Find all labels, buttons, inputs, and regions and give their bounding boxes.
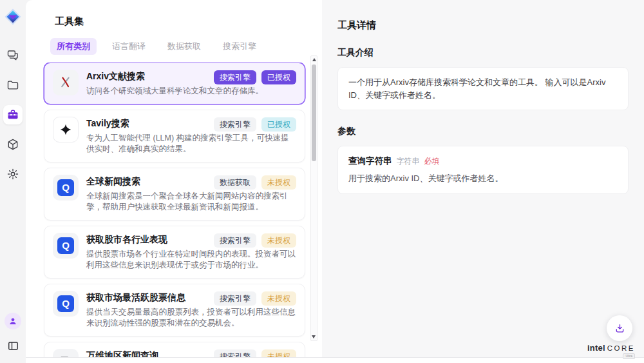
tool-card[interactable]: Q 全球新闻搜索 数据获取 未授权 全球新闻搜索是一个聚合全球各大新闻网站内容的…	[44, 168, 305, 221]
parameter-card: 查询字符串 字符串 必填 用于搜索的Arxiv ID、关键字或作者姓名。	[337, 146, 629, 194]
folder-icon	[6, 79, 19, 92]
tool-auth-badge: 已授权	[261, 117, 296, 132]
tool-auth-badge: 已授权	[261, 70, 296, 84]
tool-badges: 搜索引擎 已授权	[214, 70, 296, 84]
sidebar-item-cube[interactable]	[3, 135, 23, 154]
tool-card[interactable]: Q 获取市场最活跃股票信息 搜索引擎 未授权 提供当天交易量最高的股票列表，投资…	[44, 284, 305, 337]
main-area: 工具集 所有类别语言翻译数据获取搜索引擎 Arxiv文献搜索 搜索引擎 已授权 …	[26, 0, 644, 358]
tool-category-badge: 搜索引擎	[214, 70, 256, 84]
tool-category-badge: 搜索引擎	[214, 291, 256, 306]
cube-icon	[6, 138, 19, 151]
tool-badges: 搜索引擎 已授权	[214, 117, 296, 132]
tool-auth-badge: 未授权	[261, 291, 296, 306]
tool-icon	[53, 117, 79, 142]
tool-card-body: 全球新闻搜索 数据获取 未授权 全球新闻搜索是一个聚合全球各大新闻网站内容的搜索…	[86, 175, 296, 213]
arxiv-logo-icon	[59, 75, 73, 90]
tool-auth-badge: 未授权	[261, 233, 296, 248]
gear-icon	[6, 168, 19, 181]
tool-description: 提供当天交易量最高的股票列表，投资者可以利用这些信息来识别流动性强的股票和潜在的…	[86, 307, 296, 329]
tool-card[interactable]: Arxiv文献搜索 搜索引擎 已授权 访问各个研究领域大量科学论文和文章的存储库…	[44, 63, 305, 104]
ultra-badge: Ultra	[623, 353, 635, 359]
download-button[interactable]	[607, 315, 632, 341]
tool-details-panel: 工具详情 工具介绍 一个用于从Arxiv存储库搜索科学论文和文章的工具。 输入可…	[322, 0, 644, 358]
category-tabs: 所有类别语言翻译数据获取搜索引擎	[50, 38, 322, 55]
tool-description: 全球新闻搜索是一个聚合全球各大新闻网站内容的搜索引擎，帮助用户快速获取全球最新资…	[86, 191, 296, 213]
tool-title: Tavily搜索	[86, 117, 129, 130]
parameter-type: 字符串	[397, 156, 420, 167]
intel-core-logo: intel CORE Ultra	[587, 343, 635, 359]
intro-heading: 工具介绍	[337, 47, 629, 59]
q-logo-icon: Q	[57, 295, 74, 312]
download-icon	[614, 322, 626, 335]
sidebar-item-settings[interactable]	[3, 164, 23, 184]
sidebar-item-chat[interactable]	[3, 46, 23, 65]
tool-category-badge: 搜索引擎	[214, 233, 256, 248]
tool-card-body: 获取市场最活跃股票信息 搜索引擎 未授权 提供当天交易量最高的股票列表，投资者可…	[86, 291, 296, 329]
tool-icon: Q	[53, 233, 79, 259]
tool-card[interactable]: Q 获取股市各行业表现 搜索引擎 未授权 提供股票市场各个行业在特定时间段内的表…	[44, 226, 305, 279]
tool-card[interactable]: Tavily搜索 搜索引擎 已授权 专为人工智能代理 (LLM) 构建的搜索引擎…	[44, 110, 305, 162]
sidebar-item-folder[interactable]	[3, 75, 23, 95]
sparkle-icon	[59, 123, 73, 137]
parameter-name: 查询字符串	[348, 155, 392, 167]
category-tab[interactable]: 语言翻译	[106, 38, 152, 55]
category-tab[interactable]: 搜索引擎	[216, 38, 263, 55]
scrollbar-thumb[interactable]	[312, 64, 316, 161]
tool-auth-badge: 未授权	[261, 349, 296, 358]
tool-title: 万维地区新闻查询	[86, 349, 158, 358]
sidebar-bottom	[3, 313, 23, 355]
tools-panel: 工具集 所有类别语言翻译数据获取搜索引擎 Arxiv文献搜索 搜索引擎 已授权 …	[26, 0, 322, 358]
tool-icon: Q	[53, 291, 79, 317]
parameter-description: 用于搜索的Arxiv ID、关键字或作者姓名。	[348, 173, 618, 184]
panel-toggle-button[interactable]	[3, 336, 23, 355]
tool-category-badge: 搜索引擎	[214, 117, 256, 132]
scroll-up-arrow-icon[interactable]	[312, 58, 316, 61]
toolbox-icon	[6, 108, 19, 121]
parameter-header: 查询字符串 字符串 必填	[348, 155, 618, 167]
q-logo-icon: Q	[57, 237, 74, 254]
tool-description: 提供股票市场各个行业在特定时间段内的表现。投资者可以利用这些信息来识别表现优于或…	[86, 249, 296, 271]
sidebar-item-toolbox[interactable]	[3, 105, 23, 124]
tool-card-body: Arxiv文献搜索 搜索引擎 已授权 访问各个研究领域大量科学论文和文章的存储库…	[86, 70, 296, 97]
tool-card[interactable]: 万维地区新闻查询 搜索引擎 未授权 查询具体行政区划内的新闻，快速了解各地新闻动	[44, 342, 305, 358]
window-bottom-edge	[26, 357, 644, 363]
tool-badges: 搜索引擎 未授权	[214, 233, 296, 248]
tool-badges: 搜索引擎 未授权	[214, 349, 296, 358]
tool-title: 获取市场最活跃股票信息	[86, 291, 185, 304]
tool-icon: Q	[53, 175, 79, 201]
tool-category-badge: 搜索引擎	[214, 349, 256, 358]
app-window: 工具集 所有类别语言翻译数据获取搜索引擎 Arxiv文献搜索 搜索引擎 已授权 …	[0, 0, 644, 363]
parameter-required-badge: 必填	[424, 156, 440, 167]
tool-title: 全球新闻搜索	[86, 175, 140, 188]
chat-icon	[6, 49, 19, 62]
q-logo-icon: Q	[57, 179, 74, 196]
tool-icon	[53, 70, 79, 95]
sidebar-nav	[3, 46, 23, 184]
tool-badges: 搜索引擎 未授权	[214, 291, 296, 306]
tool-category-badge: 数据获取	[214, 175, 256, 190]
intel-wordmark: intel	[587, 343, 605, 353]
tool-card-body: Tavily搜索 搜索引擎 已授权 专为人工智能代理 (LLM) 构建的搜索引擎…	[86, 117, 296, 155]
tool-description: 专为人工智能代理 (LLM) 构建的搜索引擎工具，可快速提供实时、准确和真实的结…	[86, 133, 296, 155]
tool-description: 访问各个研究领域大量科学论文和文章的存储库。	[86, 86, 296, 97]
scroll-down-arrow-icon[interactable]	[312, 335, 316, 338]
tool-intro-text: 一个用于从Arxiv存储库搜索科学论文和文章的工具。 输入可以是Arxiv ID…	[337, 67, 629, 110]
tool-title: Arxiv文献搜索	[86, 70, 145, 83]
tool-icon	[53, 349, 79, 358]
page-title: 工具集	[55, 15, 322, 28]
tool-card-body: 获取股市各行业表现 搜索引擎 未授权 提供股票市场各个行业在特定时间段内的表现。…	[86, 233, 296, 271]
category-tab[interactable]: 所有类别	[50, 38, 97, 55]
tool-title: 获取股市各行业表现	[86, 233, 167, 246]
user-icon	[8, 316, 18, 326]
user-avatar[interactable]	[5, 313, 21, 329]
tool-badges: 数据获取 未授权	[214, 175, 296, 190]
app-logo-diamond-icon[interactable]	[5, 8, 21, 25]
category-tab[interactable]: 数据获取	[161, 38, 207, 55]
params-heading: 参数	[337, 126, 629, 137]
details-title: 工具详情	[337, 19, 629, 32]
tool-auth-badge: 未授权	[261, 175, 296, 190]
list-scrollbar[interactable]	[310, 55, 317, 341]
core-wordmark: CORE	[607, 344, 635, 352]
tool-card-list: Arxiv文献搜索 搜索引擎 已授权 访问各个研究领域大量科学论文和文章的存储库…	[26, 63, 322, 358]
panel-toggle-icon	[7, 340, 19, 352]
